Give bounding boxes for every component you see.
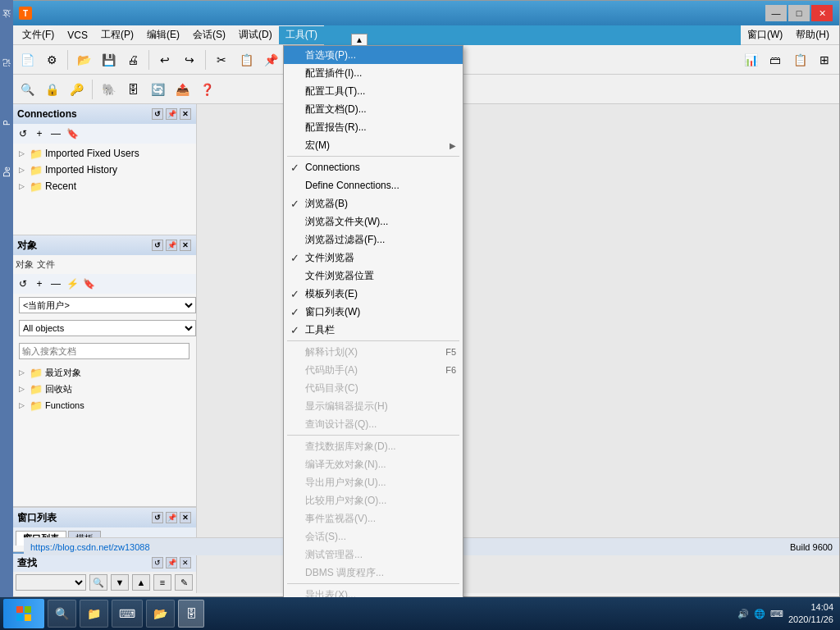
tree-recent-objects[interactable]: ▷ 📁 最近对象 [16,364,193,381]
menu-help[interactable]: 帮助(H) [789,26,836,44]
search-down-btn[interactable]: ▼ [111,574,129,591]
tree-item-imported-history[interactable]: ▷ 📁 Imported History [16,162,193,178]
menu-file-browser[interactable]: ✓ 文件浏览器 [284,249,463,267]
menu-file[interactable]: 文件(F) [16,26,61,44]
obj-tb-1[interactable]: ↺ [16,276,30,291]
taskbar-app-4[interactable]: 📂 [146,600,175,628]
tb-print[interactable]: 🖨 [121,48,144,71]
edge-tab-4[interactable]: De [0,148,13,197]
menu-session[interactable]: 会话(S) [186,26,232,44]
app-icon: T [19,7,32,20]
obj-tb-4[interactable]: ⚡ [65,276,80,291]
search-up-btn[interactable]: ▲ [132,574,150,591]
obj-tb-2[interactable]: + [32,276,47,291]
search-edit-btn[interactable]: ✎ [175,574,193,591]
object-restore-btn[interactable]: ↺ [152,240,163,251]
menu-config-plugins[interactable]: 配置插件(I)... [284,64,463,82]
menu-browser[interactable]: ✓ 浏览器(B) [284,194,463,212]
menu-file-browser-pos[interactable]: 文件浏览器位置 [284,267,463,285]
menu-browser-filter[interactable]: 浏览器过滤器(F)... [284,231,463,249]
minimize-button[interactable]: — [765,5,787,21]
maximize-button[interactable]: □ [788,5,810,21]
tb2-5[interactable]: 🔄 [146,78,169,101]
connections-close-btn[interactable]: ✕ [180,108,191,120]
menu-template-list[interactable]: ✓ 模板列表(E) [284,285,463,303]
object-pin-btn[interactable]: 📌 [166,240,177,251]
search-filter-btn[interactable]: ≡ [153,574,171,591]
menu-connections[interactable]: ✓ Connections [284,158,463,176]
tree-item-recent[interactable]: ▷ 📁 Recent [16,178,193,194]
menu-preferences[interactable]: 首选项(P)... [284,46,463,64]
wl-pin-btn[interactable]: 📌 [166,512,177,523]
type-select[interactable]: All objects [19,320,196,336]
tb-settings[interactable]: ⚙ [40,48,63,71]
edge-tab-3[interactable]: P [0,98,13,148]
obj-tb-5[interactable]: 🔖 [81,276,96,291]
tree-item-imported-fixed[interactable]: ▷ 📁 Imported Fixed Users [16,145,193,162]
tb-redo[interactable]: ↪ [178,48,201,71]
taskbar-app-1[interactable]: 🔍 [48,600,76,628]
menu-vcs[interactable]: VCS [61,26,94,44]
tb-copy[interactable]: 📋 [235,48,258,71]
tb-cut[interactable]: ✂ [210,48,233,71]
start-button[interactable] [3,599,44,628]
taskbar-app-3[interactable]: ⌨ [112,600,143,628]
tb2-2[interactable]: 🔑 [65,78,88,101]
conn-tb-add[interactable]: + [32,126,47,141]
search-close-btn[interactable]: ✕ [180,557,191,568]
tb-open[interactable]: 📂 [72,48,95,71]
connections-pin-btn[interactable]: 📌 [166,108,177,120]
conn-tb-remove[interactable]: — [48,126,63,141]
tb2-search[interactable]: 🔍 [16,78,39,101]
wl-restore-btn[interactable]: ↺ [152,512,163,523]
conn-tb-bookmark[interactable]: 🔖 [65,126,80,141]
wl-close-btn[interactable]: ✕ [180,512,191,523]
tb2-4[interactable]: 🗄 [121,78,144,101]
object-close-btn[interactable]: ✕ [180,240,191,251]
tb-new[interactable]: 📄 [16,48,39,71]
menu-browser-folder[interactable]: 浏览器文件夹(W)... [284,212,463,231]
menu-macro[interactable]: 宏(M) ▶ [284,136,463,154]
connections-restore-btn[interactable]: ↺ [152,108,163,120]
taskbar-app-2[interactable]: 📁 [80,600,108,628]
tb-r4[interactable]: ⊞ [813,48,836,71]
tb-paste[interactable]: 📌 [259,48,282,71]
menu-debug[interactable]: 调试(D) [232,26,279,44]
tb2-3[interactable]: 🐘 [97,78,120,101]
edge-tab-2[interactable]: 记 [0,49,13,98]
tb2-7[interactable]: ❓ [195,78,218,101]
menu-window-list[interactable]: ✓ 窗口列表(W) [284,303,463,321]
tb-undo[interactable]: ↩ [153,48,176,71]
tb2-1[interactable]: 🔒 [40,78,63,101]
search-go-btn[interactable]: 🔍 [89,574,107,591]
tb2-6[interactable]: 📤 [171,78,194,101]
close-button[interactable]: ✕ [811,5,833,21]
tree-functions[interactable]: ▷ 📁 Functions [16,397,193,413]
menu-project[interactable]: 工程(P) [94,26,140,44]
menu-define-connections[interactable]: Define Connections... [284,176,463,194]
object-search-input[interactable] [19,343,189,359]
tb-r2[interactable]: 🗃 [764,48,787,71]
search-pin-btn[interactable]: 📌 [166,557,177,568]
taskbar-app-5[interactable]: 🗄 [178,600,204,628]
conn-tb-refresh[interactable]: ↺ [16,126,30,141]
svg-rect-0 [16,606,23,613]
menu-window[interactable]: 窗口(W) [741,26,789,44]
obj-tb-3[interactable]: — [48,276,63,291]
tree-recycle[interactable]: ▷ 📁 回收站 [16,381,193,397]
tb-r1[interactable]: 📊 [739,48,762,71]
menu-config-tools[interactable]: 配置工具(T)... [284,82,463,100]
search-input-select[interactable] [16,574,86,591]
tb-save[interactable]: 💾 [97,48,120,71]
menu-edit[interactable]: 编辑(E) [140,26,186,44]
menu-tools[interactable]: 工具(T) [279,26,324,44]
edge-tab-1[interactable]: 这 [0,0,13,49]
label-code-assist: 代码助手(A) [305,363,439,377]
menu-toolbar[interactable]: ✓ 工具栏 [284,321,463,339]
menu-config-reports[interactable]: 配置报告(R)... [284,118,463,136]
search-restore-btn[interactable]: ↺ [152,557,163,568]
tb-r3[interactable]: 📋 [788,48,811,71]
menu-config-docs[interactable]: 配置文档(D)... [284,100,463,118]
user-select[interactable]: <当前用户> [19,297,196,313]
object-toolbar: ↺ + — ⚡ 🔖 [12,274,196,294]
